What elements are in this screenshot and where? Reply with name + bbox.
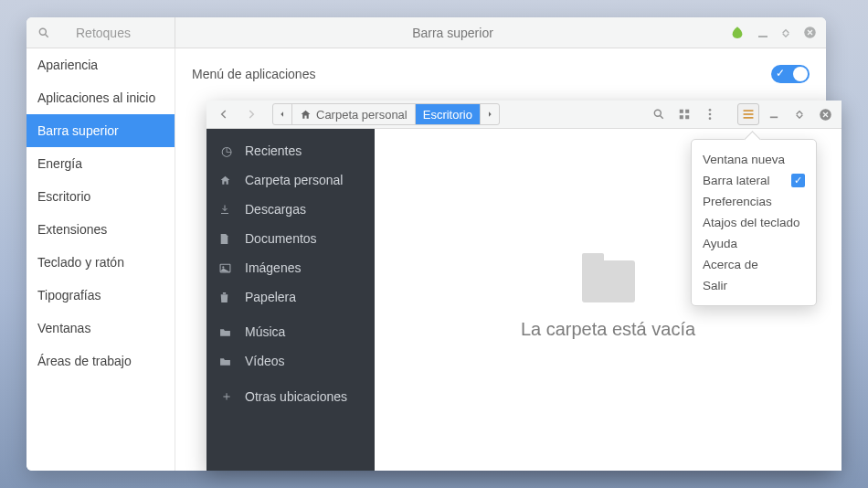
sidebar-item-label: Otras ubicaciones — [245, 389, 347, 404]
svg-rect-6 — [680, 110, 683, 113]
menu-label: Atajos del teclado — [703, 216, 800, 229]
path-home-label: Carpeta personal — [316, 108, 408, 122]
document-icon — [219, 233, 234, 245]
sidebar-item[interactable]: Extensiones — [26, 213, 175, 246]
download-icon — [219, 204, 234, 215]
tweaks-sidebar: AparienciaAplicaciones al inicioBarra su… — [26, 48, 175, 471]
leaf-icon[interactable] — [730, 26, 745, 40]
clock-icon: ◷ — [219, 143, 234, 158]
search-icon[interactable] — [37, 27, 50, 39]
menu-label: Acerca de — [703, 258, 758, 271]
path-next-icon[interactable] — [481, 104, 499, 124]
sidebar-item[interactable]: Ventanas — [26, 312, 175, 345]
path-segment-current[interactable]: Escritorio — [416, 104, 481, 124]
svg-line-5 — [660, 115, 662, 118]
close-icon[interactable] — [814, 103, 836, 125]
sidebar-item-documents[interactable]: Documentos — [206, 224, 375, 253]
forward-button[interactable] — [239, 103, 263, 125]
trash-icon — [219, 292, 234, 303]
menu-label: Salir — [703, 279, 727, 292]
svg-rect-8 — [680, 115, 683, 119]
sidebar-item-label: Documentos — [245, 231, 317, 246]
tweaks-titlebar: Retoques Barra superior — [26, 17, 826, 48]
files-header: Carpeta personal Escritorio — [206, 101, 842, 129]
hamburger-menu-button[interactable] — [737, 103, 759, 125]
view-grid-button[interactable] — [673, 103, 695, 125]
sidebar-item-videos[interactable]: Vídeos — [206, 346, 375, 376]
config-row-app-menu: Menú de aplicaciones ✓ — [192, 61, 810, 87]
close-icon[interactable] — [803, 26, 817, 39]
sidebar-item-label: Vídeos — [245, 354, 285, 368]
sidebar-item[interactable]: Aplicaciones al inicio — [26, 81, 175, 114]
menu-label: Ayuda — [703, 237, 737, 250]
menu-new-window[interactable]: Ventana nueva — [692, 149, 816, 170]
sidebar-item[interactable]: Áreas de trabajo — [26, 345, 175, 377]
sidebar-item-recent[interactable]: ◷ Recientes — [206, 136, 375, 165]
maximize-icon[interactable] — [781, 28, 790, 37]
sidebar-item-home[interactable]: Carpeta personal — [206, 165, 375, 195]
empty-folder-text: La carpeta está vacía — [521, 319, 695, 340]
titlebar-left: Retoques — [26, 17, 175, 48]
sidebar-item-label: Música — [245, 324, 285, 339]
window-title: Barra superior — [175, 26, 730, 40]
menu-label: Ventana nueva — [703, 153, 785, 166]
toggle-switch[interactable]: ✓ — [771, 65, 810, 83]
sidebar-item[interactable]: Teclado y ratón — [26, 246, 175, 279]
plus-icon: ＋ — [219, 388, 234, 405]
minimize-icon[interactable] — [763, 103, 785, 125]
svg-rect-7 — [685, 110, 689, 113]
svg-point-0 — [39, 28, 46, 35]
sidebar-item-label: Descargas — [245, 202, 306, 217]
folder-icon — [219, 356, 234, 366]
config-label: Menú de aplicaciones — [192, 67, 315, 81]
menu-sidebar-toggle[interactable]: Barra lateral ✓ — [692, 170, 816, 191]
menu-shortcuts[interactable]: Atajos del teclado — [692, 212, 816, 233]
svg-point-12 — [709, 117, 712, 120]
back-button[interactable] — [212, 103, 236, 125]
check-icon: ✓ — [776, 67, 785, 80]
sidebar-item[interactable]: Apariencia — [26, 48, 175, 81]
menu-help[interactable]: Ayuda — [692, 233, 816, 254]
svg-line-1 — [45, 34, 48, 37]
hamburger-popover: Ventana nueva Barra lateral ✓ Preferenci… — [691, 139, 817, 306]
sidebar-item-other[interactable]: ＋ Otras ubicaciones — [206, 381, 375, 412]
sidebar-item[interactable]: Barra superior — [26, 114, 175, 147]
sidebar-item[interactable]: Tipografías — [26, 279, 175, 312]
home-icon — [219, 175, 234, 186]
svg-rect-16 — [770, 117, 778, 119]
menu-about[interactable]: Acerca de — [692, 254, 816, 275]
svg-point-19 — [222, 266, 224, 268]
svg-rect-9 — [685, 115, 689, 119]
image-icon — [219, 263, 234, 273]
menu-label: Preferencias — [703, 195, 772, 208]
sidebar-item-pictures[interactable]: Imágenes — [206, 253, 375, 282]
path-prev-icon[interactable] — [273, 104, 292, 124]
path-segment-home[interactable]: Carpeta personal — [292, 104, 416, 124]
sidebar-item-label: Imágenes — [245, 260, 301, 275]
path-current-label: Escritorio — [423, 108, 472, 122]
sidebar-item-label: Carpeta personal — [245, 173, 343, 187]
sidebar-item[interactable]: Energía — [26, 147, 175, 180]
path-bar: Carpeta personal Escritorio — [272, 103, 500, 125]
empty-folder-icon — [582, 260, 635, 302]
svg-point-11 — [709, 113, 712, 116]
more-menu-button[interactable] — [699, 103, 721, 125]
sidebar-item-music[interactable]: Música — [206, 317, 375, 346]
sidebar-item-label: Recientes — [245, 143, 302, 158]
svg-rect-2 — [758, 36, 767, 37]
menu-quit[interactable]: Salir — [692, 275, 816, 296]
folder-icon — [219, 327, 234, 337]
sidebar-item-trash[interactable]: Papelera — [206, 282, 375, 312]
files-sidebar: ◷ Recientes Carpeta personal Descargas D… — [206, 129, 375, 471]
sidebar-item[interactable]: Escritorio — [26, 180, 175, 213]
titlebar-right — [730, 26, 826, 40]
svg-point-10 — [709, 109, 712, 111]
sidebar-item-label: Papelera — [245, 290, 296, 304]
search-button[interactable] — [648, 103, 670, 125]
maximize-icon[interactable] — [789, 103, 810, 125]
menu-preferences[interactable]: Preferencias — [692, 191, 816, 212]
checkbox-checked-icon: ✓ — [791, 174, 805, 187]
minimize-icon[interactable] — [757, 27, 768, 38]
app-title: Retoques — [76, 26, 131, 40]
sidebar-item-downloads[interactable]: Descargas — [206, 195, 375, 224]
